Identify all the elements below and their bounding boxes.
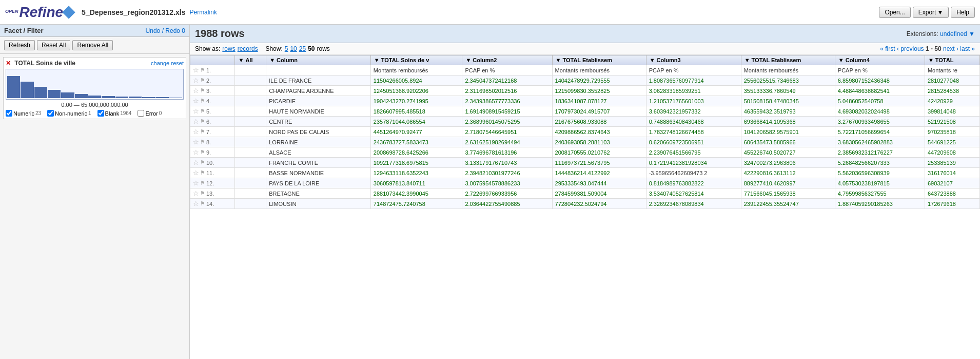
facet-blank-check[interactable]: Blank 1964 <box>97 110 132 117</box>
open-button[interactable]: Open... <box>879 7 910 18</box>
flag-icon[interactable]: ⚑ <box>200 67 205 73</box>
row-all-cell[interactable] <box>235 106 266 117</box>
flag-icon[interactable]: ⚑ <box>200 159 205 166</box>
star-icon[interactable]: ☆ <box>193 107 199 115</box>
table-row: ☆ ⚑ 3. CHAMPAGNE ARDENNE1245051368.92022… <box>190 86 980 96</box>
pagination-last[interactable]: last » <box>960 45 975 52</box>
th-all[interactable]: ▼ All <box>235 55 266 65</box>
row-all-cell[interactable] <box>235 117 266 127</box>
flag-icon[interactable]: ⚑ <box>200 180 205 186</box>
row-all-cell[interactable] <box>235 96 266 106</box>
flag-icon[interactable]: ⚑ <box>200 118 205 125</box>
cell-col1: CHAMPAGNE ARDENNE <box>266 86 371 96</box>
flag-icon[interactable]: ⚑ <box>200 190 205 197</box>
permalink-link[interactable]: Permalink <box>189 9 217 16</box>
filename: 5_Depenses_region201312.xls <box>82 8 185 16</box>
pagination-previous[interactable]: ‹ previous <box>897 45 924 52</box>
hist-bar <box>129 97 142 98</box>
star-icon[interactable]: ☆ <box>193 138 199 146</box>
rows-link[interactable]: rows <box>222 45 235 52</box>
row-all-cell[interactable] <box>235 199 266 209</box>
facet-error-check[interactable]: Error 0 <box>138 110 162 117</box>
cell-col2: 11504266005.8924 <box>370 75 462 86</box>
show-10-link[interactable]: 10 <box>290 45 297 52</box>
hist-bar <box>34 87 47 98</box>
th-etab2-dropdown[interactable]: ▼ <box>744 57 750 63</box>
th-total[interactable]: ▼ TOTAL <box>925 55 979 65</box>
row-all-cell[interactable] <box>235 86 266 96</box>
pagination-next[interactable]: next › <box>943 45 958 52</box>
table-container[interactable]: ▼ All ▼ Column ▼ <box>190 55 980 359</box>
th-col3-dropdown[interactable]: ▼ <box>650 57 655 63</box>
flag-icon[interactable]: ⚑ <box>200 200 205 207</box>
facet-close-icon[interactable]: ✕ <box>6 60 11 67</box>
row-all-cell[interactable] <box>235 127 266 137</box>
row-controls: ☆ ⚑ 14. <box>190 199 235 209</box>
th-all-dropdown[interactable]: ▼ <box>238 57 244 63</box>
cell-col7: 5.722171056699654 <box>835 127 925 137</box>
star-icon[interactable]: ☆ <box>193 148 199 156</box>
undo-redo-link[interactable]: Undo / Redo 0 <box>146 27 185 34</box>
facet-change-link[interactable]: change <box>151 60 169 66</box>
th-column-dropdown[interactable]: ▼ <box>269 57 275 63</box>
star-icon[interactable]: ☆ <box>193 128 199 136</box>
flag-icon[interactable]: ⚑ <box>200 169 205 176</box>
star-icon[interactable]: ☆ <box>193 190 199 197</box>
extensions-dropdown[interactable]: undefined ▼ <box>940 30 975 37</box>
star-icon[interactable]: ☆ <box>193 77 199 84</box>
help-button[interactable]: Help <box>951 7 975 18</box>
star-icon[interactable]: ☆ <box>193 169 199 177</box>
star-icon[interactable]: ☆ <box>193 159 199 166</box>
star-icon[interactable]: ☆ <box>193 66 199 74</box>
cell-col8: 447209608 <box>925 147 979 158</box>
show-5-link[interactable]: 5 <box>285 45 288 52</box>
row-all-cell[interactable] <box>235 188 266 199</box>
facet-reset-link[interactable]: reset <box>171 60 184 66</box>
pagination-first[interactable]: « first <box>880 45 895 52</box>
facet-histogram[interactable] <box>6 69 184 100</box>
row-all-cell[interactable] <box>235 158 266 168</box>
th-column4[interactable]: ▼ Column4 <box>835 55 925 65</box>
cell-col1: LIMOUSIN <box>266 199 371 209</box>
th-column3[interactable]: ▼ Column3 <box>646 55 741 65</box>
flag-icon[interactable]: ⚑ <box>200 139 205 145</box>
row-all-cell[interactable] <box>235 75 266 86</box>
refresh-button[interactable]: Refresh <box>4 40 35 50</box>
row-all-cell[interactable] <box>235 147 266 158</box>
th-etab1-dropdown[interactable]: ▼ <box>556 57 561 63</box>
star-icon[interactable]: ☆ <box>193 97 199 105</box>
flag-icon[interactable]: ⚑ <box>200 149 205 156</box>
star-icon[interactable]: ☆ <box>193 87 199 95</box>
th-soins-de-ville[interactable]: ▼ TOTAL Soins de v <box>370 55 462 65</box>
star-icon[interactable]: ☆ <box>193 200 199 207</box>
records-link[interactable]: records <box>238 45 258 52</box>
export-button[interactable]: Export ▼ <box>913 7 949 18</box>
show-25-link[interactable]: 25 <box>299 45 306 52</box>
facet-numeric-check[interactable]: Numeric 23 <box>6 110 41 117</box>
th-column[interactable]: ▼ Column <box>266 55 371 65</box>
row-all-cell[interactable] <box>235 65 266 75</box>
row-all-cell[interactable] <box>235 137 266 147</box>
th-col2-dropdown[interactable]: ▼ <box>465 57 471 63</box>
flag-icon[interactable]: ⚑ <box>200 77 205 84</box>
star-icon[interactable]: ☆ <box>193 179 199 187</box>
star-icon[interactable]: ☆ <box>193 118 199 125</box>
reset-all-button[interactable]: Reset All <box>37 40 70 50</box>
flag-icon[interactable]: ⚑ <box>200 98 205 104</box>
show-50-current: 50 <box>308 45 315 52</box>
row-controls: ☆ ⚑ 7. <box>190 127 235 137</box>
row-all-cell[interactable] <box>235 178 266 188</box>
table-row: ☆ ⚑ 12. PAYS DE LA LOIRE3060597813.84071… <box>190 178 980 188</box>
facet-nonnumeric-check[interactable]: Non-numeric 1 <box>47 110 91 117</box>
flag-icon[interactable]: ⚑ <box>200 108 205 115</box>
th-etablissem2[interactable]: ▼ TOTAL Etablissem <box>741 55 835 65</box>
th-col4-dropdown[interactable]: ▼ <box>838 57 844 63</box>
remove-all-button[interactable]: Remove All <box>72 40 113 50</box>
th-column2[interactable]: ▼ Column2 <box>462 55 552 65</box>
row-all-cell[interactable] <box>235 168 266 178</box>
flag-icon[interactable]: ⚑ <box>200 87 205 94</box>
th-soins-dropdown[interactable]: ▼ <box>374 57 380 63</box>
flag-icon[interactable]: ⚑ <box>200 128 205 135</box>
th-total-dropdown[interactable]: ▼ <box>928 57 934 63</box>
th-etablissem1[interactable]: ▼ TOTAL Etablissem <box>552 55 646 65</box>
